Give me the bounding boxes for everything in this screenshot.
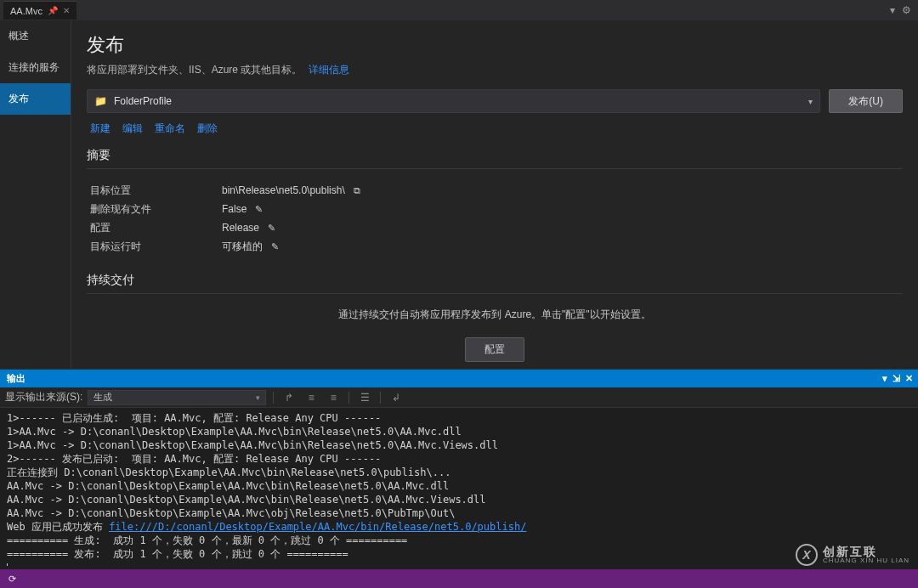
- link-edit[interactable]: 编辑: [122, 122, 143, 136]
- publish-sidenav: 概述 连接的服务 发布: [0, 20, 71, 369]
- summary-grid: 目标位置 bin\Release\net5.0\publish\ ⧉ 删除现有文…: [90, 181, 903, 256]
- separator: [380, 392, 381, 404]
- page-title: 发布: [87, 32, 903, 58]
- summary-label: 配置: [90, 221, 222, 235]
- clear-icon[interactable]: ☰: [356, 392, 373, 404]
- pencil-icon[interactable]: ✎: [271, 241, 279, 252]
- wrap-icon[interactable]: ↲: [388, 392, 405, 404]
- output-link[interactable]: file:///D:/conanl/Desktop/Example/AA.Mvc…: [109, 521, 526, 533]
- output-line: 1>------ 已启动生成: 项目: AA.Mvc, 配置: Release …: [7, 412, 381, 424]
- close-icon[interactable]: ✕: [63, 6, 70, 15]
- go-to-icon[interactable]: ↱: [280, 392, 298, 404]
- status-bar: ⟳: [0, 569, 918, 588]
- output-source-value: 生成: [94, 391, 112, 404]
- output-source-label: 显示输出来源(S):: [5, 390, 82, 404]
- link-rename[interactable]: 重命名: [155, 122, 185, 136]
- output-sep: ==========: [280, 548, 348, 560]
- pencil-icon[interactable]: ✎: [268, 223, 275, 234]
- separator: [348, 392, 349, 404]
- summary-value: bin\Release\net5.0\publish\: [222, 184, 345, 196]
- pencil-icon[interactable]: ✎: [255, 204, 263, 215]
- dropdown-icon[interactable]: ▾: [882, 373, 887, 384]
- output-sep: ==========: [340, 534, 407, 546]
- summary-value: Release: [222, 222, 259, 234]
- pin-icon[interactable]: 📌: [48, 6, 58, 15]
- tab-aa-mvc[interactable]: AA.Mvc 📌 ✕: [3, 1, 76, 20]
- publish-panel: 概述 连接的服务 发布 发布 将应用部署到文件夹、IIS、Azure 或其他目标…: [0, 20, 918, 369]
- summary-value: False: [222, 203, 246, 215]
- publish-content: 发布 将应用部署到文件夹、IIS、Azure 或其他目标。 详细信息 📁 Fol…: [71, 20, 918, 369]
- output-line: 1>AA.Mvc -> D:\conanl\Desktop\Example\AA…: [7, 439, 498, 451]
- output-body[interactable]: 1>------ 已启动生成: 项目: AA.Mvc, 配置: Release …: [0, 408, 918, 566]
- next-icon[interactable]: ≡: [325, 392, 342, 404]
- output-line: 1>AA.Mvc -> D:\conanl\Desktop\Example\AA…: [7, 426, 462, 438]
- folder-icon: 📁: [94, 95, 107, 107]
- dropdown-icon[interactable]: ▾: [890, 4, 895, 16]
- output-line: Web 应用已成功发布: [7, 521, 109, 533]
- summary-row-delete-existing: 删除现有文件 False ✎: [90, 200, 903, 218]
- ci-description: 通过持续交付自动将应用程序发布到 Azure。单击"配置"以开始设置。: [87, 308, 903, 322]
- profile-dropdown[interactable]: 📁 FolderProfile ▾: [87, 89, 820, 113]
- output-summary-build: 生成: 成功 1 个，失败 0 个，最新 0 个，跳过 0 个: [74, 534, 339, 546]
- close-icon[interactable]: ✕: [905, 373, 913, 384]
- section-ci-title: 持续交付: [87, 273, 903, 294]
- text-caret: [7, 563, 8, 567]
- output-line: AA.Mvc -> D:\conanl\Desktop\Example\AA.M…: [7, 507, 455, 519]
- output-source-dropdown[interactable]: 生成 ▾: [88, 390, 266, 405]
- summary-label: 目标运行时: [90, 240, 222, 254]
- output-line: 正在连接到 D:\conanl\Desktop\Example\AA.Mvc\b…: [7, 466, 450, 478]
- summary-row-configuration: 配置 Release ✎: [90, 218, 903, 237]
- summary-row-target-runtime: 目标运行时 可移植的 ✎: [90, 237, 903, 256]
- separator: [273, 392, 274, 404]
- output-sep: ==========: [7, 534, 74, 546]
- output-toolbar: 显示输出来源(S): 生成 ▾ ↱ ≡ ≡ ☰ ↲: [0, 387, 918, 408]
- summary-label: 目标位置: [90, 184, 222, 198]
- summary-row-target-location: 目标位置 bin\Release\net5.0\publish\ ⧉: [90, 181, 903, 200]
- chevron-down-icon: ▾: [808, 97, 813, 106]
- output-panel-header[interactable]: 输出 ▾ ⇲ ✕: [0, 369, 918, 387]
- sidenav-item-publish[interactable]: 发布: [0, 83, 71, 115]
- publish-button[interactable]: 发布(U): [829, 89, 903, 113]
- copy-icon[interactable]: ⧉: [354, 185, 360, 196]
- output-line: AA.Mvc -> D:\conanl\Desktop\Example\AA.M…: [7, 494, 486, 506]
- output-line: 2>------ 发布已启动: 项目: AA.Mvc, 配置: Release …: [7, 453, 381, 465]
- summary-label: 删除现有文件: [90, 202, 222, 217]
- page-subtitle: 将应用部署到文件夹、IIS、Azure 或其他目标。: [87, 63, 302, 77]
- editor-tabstrip: AA.Mvc 📌 ✕ ▾ ⚙: [0, 0, 918, 20]
- sidenav-item-overview[interactable]: 概述: [0, 20, 71, 52]
- prev-icon[interactable]: ≡: [303, 392, 320, 404]
- link-delete[interactable]: 删除: [197, 122, 218, 136]
- gear-icon[interactable]: ⚙: [902, 4, 911, 16]
- output-line: AA.Mvc -> D:\conanl\Desktop\Example\AA.M…: [7, 480, 449, 492]
- ci-configure-button[interactable]: 配置: [465, 337, 524, 362]
- profile-name: FolderProfile: [114, 95, 172, 107]
- chevron-down-icon: ▾: [256, 393, 260, 402]
- pin-icon[interactable]: ⇲: [892, 373, 900, 384]
- link-new[interactable]: 新建: [90, 122, 110, 136]
- details-link[interactable]: 详细信息: [309, 63, 349, 77]
- summary-value: 可移植的: [222, 240, 263, 254]
- status-left-icon[interactable]: ⟳: [8, 574, 16, 585]
- output-panel-title: 输出: [7, 372, 26, 385]
- section-summary-title: 摘要: [87, 148, 903, 169]
- tab-label: AA.Mvc: [10, 6, 42, 16]
- sidenav-item-connected-services[interactable]: 连接的服务: [0, 52, 71, 83]
- output-sep: ==========: [7, 548, 74, 560]
- output-summary-publish: 发布: 成功 1 个，失败 0 个，跳过 0 个: [74, 548, 280, 560]
